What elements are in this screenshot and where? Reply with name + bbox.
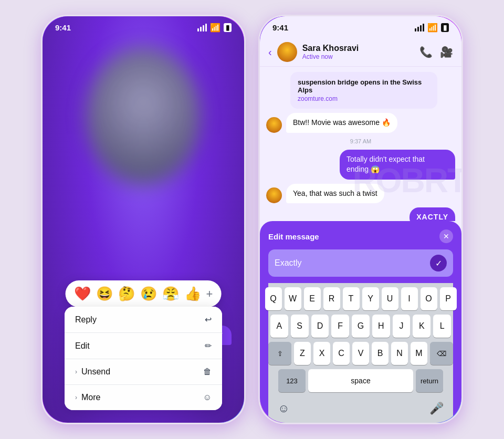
bubble-outgoing-2: XACTLY — [410, 207, 455, 221]
battery-icon-right: ▮ — [441, 23, 449, 32]
bar3r — [420, 25, 422, 32]
bubble-incoming-3: Yea, that was such a twist — [286, 184, 384, 204]
reaction-cry[interactable]: 😢 — [140, 286, 157, 302]
key-t[interactable]: T — [343, 287, 360, 310]
bar2r — [417, 27, 419, 32]
contact-avatar — [277, 42, 297, 62]
back-button[interactable]: ‹ — [268, 46, 272, 58]
key-f[interactable]: F — [331, 315, 349, 338]
key-c[interactable]: C — [333, 342, 350, 365]
menu-item-more[interactable]: › More ☺ — [65, 385, 222, 410]
key-q[interactable]: Q — [265, 287, 282, 310]
link-url: zoomture.com — [298, 95, 430, 102]
edit-input-field[interactable] — [275, 258, 426, 268]
key-h[interactable]: H — [372, 315, 390, 338]
key-p[interactable]: P — [440, 287, 457, 310]
message-row-3: Yea, that was such a twist — [266, 184, 455, 204]
left-phone: 9:41 📶 ▮ ❤️ 😆 🤔 — [41, 15, 246, 424]
status-bar-left: 9:41 📶 ▮ — [43, 16, 244, 35]
key-k[interactable]: K — [413, 315, 430, 338]
bar4r — [423, 24, 424, 32]
key-backspace[interactable]: ⌫ — [430, 342, 453, 365]
kb-bottom: ☺ 🎤 — [270, 396, 451, 423]
key-l[interactable]: L — [433, 315, 451, 338]
avatar-image — [277, 42, 297, 62]
reply-icon: ↩ — [205, 315, 212, 325]
status-icons-left: 📶 ▮ — [197, 23, 232, 33]
contact-info: Sara Khosravi Active now — [302, 44, 414, 60]
bar1 — [197, 28, 199, 32]
key-e[interactable]: E — [304, 287, 321, 310]
phone-icon[interactable]: 📞 — [419, 46, 433, 58]
msg-avatar-3 — [266, 187, 282, 203]
header-actions: 📞 🎥 — [419, 46, 453, 58]
chevron-unsend: › — [75, 368, 77, 375]
mic-button[interactable]: 🎤 — [426, 399, 447, 419]
unsend-icon: 🗑 — [203, 367, 212, 377]
key-123[interactable]: 123 — [278, 369, 306, 392]
signal-bars — [197, 24, 207, 32]
wifi-icon: 📶 — [210, 23, 220, 33]
edit-close-button[interactable]: ✕ — [439, 229, 453, 243]
reaction-laugh[interactable]: 😆 — [96, 286, 113, 302]
edit-header: Edit message ✕ — [268, 229, 453, 243]
key-n[interactable]: N — [391, 342, 408, 365]
key-return[interactable]: return — [416, 369, 443, 392]
menu-reply-label: Reply — [75, 315, 97, 325]
video-icon[interactable]: 🎥 — [440, 46, 453, 58]
key-b[interactable]: B — [372, 342, 388, 365]
menu-item-reply[interactable]: Reply ↩ — [65, 307, 222, 333]
menu-item-edit[interactable]: Edit ✏ — [65, 333, 222, 359]
menu-edit-label: Edit — [75, 341, 90, 351]
status-icons-right: 📶 ▮ — [415, 23, 449, 33]
time-left: 9:41 — [55, 23, 71, 32]
kb-row-2: A S D F G H J K L — [270, 315, 451, 338]
key-i[interactable]: I — [401, 287, 418, 310]
key-o[interactable]: O — [421, 287, 437, 310]
key-u[interactable]: U — [382, 287, 398, 310]
signal-bars-right — [415, 24, 424, 32]
link-title: suspension bridge opens in the Swiss Alp… — [298, 78, 430, 94]
key-x[interactable]: X — [313, 342, 330, 365]
bar2 — [200, 27, 202, 32]
chat-area: suspension bridge opens in the Swiss Alp… — [260, 67, 461, 221]
link-preview: suspension bridge opens in the Swiss Alp… — [290, 72, 437, 109]
key-z[interactable]: Z — [294, 342, 311, 365]
edit-input-row: ✓ — [268, 249, 453, 277]
bubble-incoming-1: Btw!! Movie was awesome 🔥 — [286, 113, 397, 133]
message-row-1: Btw!! Movie was awesome 🔥 — [266, 113, 455, 133]
bar4 — [205, 24, 207, 32]
status-bar-right: 9:41 📶 ▮ — [260, 16, 461, 35]
message-row-4: XACTLY — [266, 207, 455, 221]
key-g[interactable]: G — [352, 315, 370, 338]
key-d[interactable]: D — [311, 315, 329, 338]
reaction-think[interactable]: 🤔 — [118, 286, 135, 302]
key-w[interactable]: W — [285, 287, 301, 310]
reaction-bar: ❤️ 😆 🤔 😢 😤 👍 + — [66, 280, 222, 307]
menu-more-label: More — [81, 393, 100, 402]
key-a[interactable]: A — [270, 315, 288, 338]
edit-panel: Edit message ✕ ✓ Q W E R T Y — [260, 221, 461, 423]
reaction-heart[interactable]: ❤️ — [74, 286, 91, 302]
emoji-button[interactable]: ☺ — [275, 399, 292, 419]
reaction-angry[interactable]: 😤 — [162, 286, 179, 302]
edit-send-button[interactable]: ✓ — [430, 255, 447, 271]
key-m[interactable]: M — [411, 342, 427, 365]
reaction-thumbs[interactable]: 👍 — [184, 286, 201, 302]
menu-item-unsend[interactable]: › Unsend 🗑 — [65, 359, 222, 385]
key-r[interactable]: R — [323, 287, 340, 310]
kb-row-3: ⇧ Z X C V B N M ⌫ — [270, 342, 451, 365]
key-shift[interactable]: ⇧ — [268, 342, 291, 365]
key-y[interactable]: Y — [362, 287, 379, 310]
message-row-2: Totally didn't expect that ending 😱 — [266, 150, 455, 180]
bar1r — [415, 28, 416, 32]
msg-avatar-1 — [266, 117, 282, 133]
key-j[interactable]: J — [393, 315, 411, 338]
wifi-icon-right: 📶 — [427, 23, 438, 33]
key-v[interactable]: V — [352, 342, 369, 365]
key-s[interactable]: S — [291, 315, 309, 338]
reaction-plus[interactable]: + — [206, 287, 213, 301]
chevron-more: › — [75, 394, 77, 401]
bar3 — [203, 25, 204, 32]
key-space[interactable]: space — [308, 369, 413, 392]
